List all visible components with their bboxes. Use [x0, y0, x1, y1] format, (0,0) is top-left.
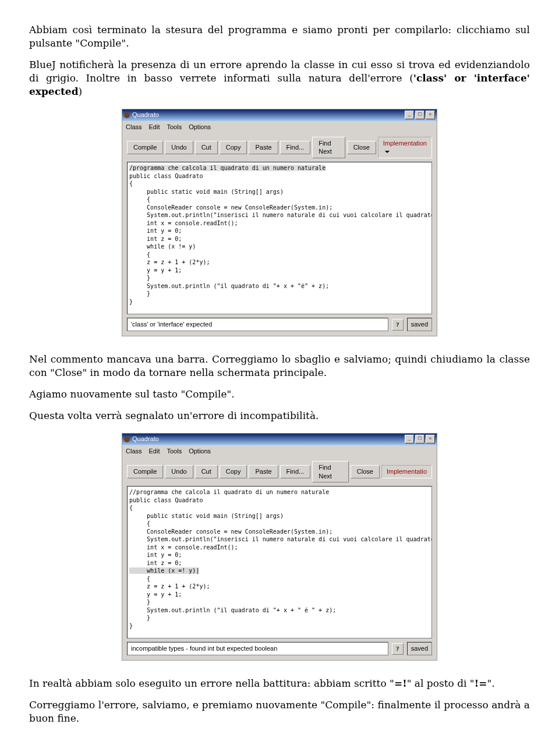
error-message: 'class' or 'interface' expected	[127, 318, 388, 331]
minimize-button[interactable]: _	[405, 111, 414, 119]
code-line: int z = 0;	[129, 560, 182, 566]
save-state: saved	[407, 318, 432, 331]
window-title: Quadrato	[124, 111, 159, 119]
find-button[interactable]: Find...	[280, 141, 311, 154]
maximize-button[interactable]: □	[415, 435, 424, 443]
paragraph: Nel commento mancava una barra. Correggi…	[29, 353, 530, 379]
title-text: Quadrato	[132, 435, 159, 443]
findnext-button[interactable]: Find Next	[312, 137, 345, 159]
close-button[interactable]: Close	[347, 141, 376, 154]
undo-button[interactable]: Undo	[165, 141, 193, 154]
menubar: Class Edit Tools Options	[122, 445, 437, 457]
error-line: while (x =! y)|	[129, 567, 199, 574]
code-area[interactable]: //programma che calcola il quadrato di u…	[127, 486, 432, 638]
statusbar: 'class' or 'interface' expected ? saved	[127, 318, 432, 331]
titlebar: Quadrato _ □ ×	[122, 109, 437, 121]
bold-run: =!	[394, 677, 407, 689]
code-line: public class Quadrato	[129, 173, 203, 179]
code-line: }	[129, 599, 150, 605]
titlebar: Quadrato _ □ ×	[122, 434, 437, 445]
code-line: while (x != y)	[129, 243, 196, 250]
copy-button[interactable]: Copy	[220, 141, 247, 154]
paragraph: In realtà abbiam solo eseguito un errore…	[29, 677, 530, 690]
code-line: //programma che calcola il quadrato di u…	[129, 489, 329, 495]
code-line: int x = console.readInt();	[129, 220, 238, 226]
statusbar: incompatible types - found int but expec…	[127, 642, 432, 655]
bold-run: !=	[475, 677, 487, 689]
window-controls: _ □ ×	[405, 435, 435, 443]
code-line: }	[129, 623, 133, 629]
code-line: {	[129, 520, 150, 527]
code-line: int x = console.readInt();	[129, 544, 238, 551]
code-line: System.out.println("inserisci il numero …	[129, 212, 432, 218]
menu-tools[interactable]: Tools	[167, 123, 182, 132]
text-run: In realtà abbiam solo eseguito un errore…	[29, 677, 394, 689]
menu-options[interactable]: Options	[189, 123, 211, 132]
findnext-button[interactable]: Find Next	[312, 461, 349, 483]
compile-button[interactable]: Compile	[127, 465, 163, 478]
code-line: System.out.println("inserisci il numero …	[129, 536, 432, 542]
code-line: }	[129, 275, 150, 281]
source-code: /programma che calcola il quadrato di un…	[128, 162, 431, 307]
code-line: int y = 0;	[129, 228, 182, 234]
help-button[interactable]: ?	[392, 319, 404, 331]
paragraph: Questa volta verrà segnalato un'errore d…	[29, 409, 530, 423]
view-selector[interactable]: Implementatio	[381, 465, 432, 478]
close-window-button[interactable]: ×	[426, 111, 435, 119]
menu-class[interactable]: Class	[126, 447, 142, 456]
chevron-down-icon	[385, 151, 390, 153]
menu-options[interactable]: Options	[189, 447, 211, 456]
compile-button[interactable]: Compile	[127, 141, 163, 154]
bluej-icon	[124, 436, 130, 442]
paste-button[interactable]: Paste	[249, 141, 278, 154]
maximize-button[interactable]: □	[415, 111, 424, 119]
menu-class[interactable]: Class	[126, 123, 142, 132]
menu-edit[interactable]: Edit	[149, 123, 160, 132]
code-line: {	[129, 505, 133, 511]
menu-edit[interactable]: Edit	[149, 447, 160, 456]
view-label: Implementation	[383, 140, 427, 147]
code-line: y = y + 1;	[129, 591, 182, 598]
window-controls: _ □ ×	[405, 111, 435, 119]
text-run: ".	[487, 677, 494, 689]
window-title: Quadrato	[124, 435, 159, 443]
text-run: " al posto di "	[407, 677, 475, 689]
code-line: System.out.println ("il quadrato di "+ x…	[129, 607, 336, 613]
code-line: {	[129, 196, 150, 203]
find-button[interactable]: Find...	[280, 465, 311, 478]
help-button[interactable]: ?	[392, 643, 404, 655]
view-selector[interactable]: Implementation	[378, 137, 432, 159]
bluej-icon	[124, 112, 130, 118]
cut-button[interactable]: Cut	[195, 141, 218, 154]
close-window-button[interactable]: ×	[426, 435, 435, 443]
paragraph: BlueJ notificherà la presenza di un erro…	[29, 58, 530, 98]
paste-button[interactable]: Paste	[249, 465, 278, 478]
error-line: /programma che calcola il quadrato di un…	[129, 165, 326, 171]
close-button[interactable]: Close	[351, 465, 380, 478]
code-line: {	[129, 251, 150, 258]
code-line: ConsoleReader console = new ConsoleReade…	[129, 528, 332, 535]
paragraph: Agiamo nuovamente sul tasto "Compile".	[29, 388, 530, 401]
code-line: {	[129, 576, 150, 582]
code-area[interactable]: /programma che calcola il quadrato di un…	[127, 162, 432, 314]
cut-button[interactable]: Cut	[195, 465, 218, 478]
undo-button[interactable]: Undo	[165, 465, 193, 478]
code-line: int z = 0;	[129, 236, 182, 242]
code-line: int y = 0;	[129, 552, 182, 558]
code-line: public static void main (String[] args)	[129, 513, 284, 519]
toolbar: Compile Undo Cut Copy Paste Find... Find…	[122, 133, 437, 162]
code-line: z = z + 1 + (2*y);	[129, 259, 210, 265]
code-line: z = z + 1 + (2*y);	[129, 583, 210, 590]
bluej-editor-screenshot-1: Quadrato _ □ × Class Edit Tools Options …	[122, 109, 437, 336]
error-message: incompatible types - found int but expec…	[127, 642, 388, 655]
code-line: }	[129, 615, 150, 621]
text-run: )	[79, 86, 83, 97]
copy-button[interactable]: Copy	[220, 465, 247, 478]
paragraph: Abbiam così terminato la stesura del pro…	[29, 23, 530, 50]
view-label: Implementatio	[387, 468, 427, 475]
menu-tools[interactable]: Tools	[167, 447, 182, 456]
code-line: }	[129, 290, 150, 297]
menubar: Class Edit Tools Options	[122, 121, 437, 133]
minimize-button[interactable]: _	[405, 435, 414, 443]
code-line: ConsoleReader console = new ConsoleReade…	[129, 204, 332, 211]
